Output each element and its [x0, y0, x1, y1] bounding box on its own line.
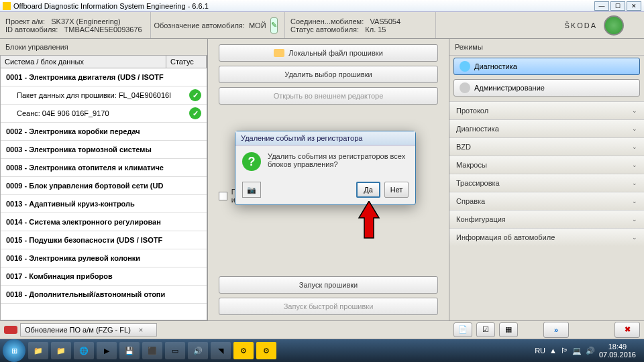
start-fast-flash-button[interactable]: Запуск быстрой прошивки: [219, 298, 438, 315]
window-title: Offboard Diagnostic Information System E…: [13, 2, 209, 10]
table-row[interactable]: 0001 - Электроника двигателя (UDS / ISOT…: [1, 68, 207, 86]
table-row[interactable]: 0016 - Электроника рулевой колонки: [1, 249, 207, 267]
remove-firmware-button[interactable]: Удалить выбор прошивки: [219, 66, 438, 83]
taskbar-item[interactable]: 💾: [119, 342, 140, 359]
accordion-vehicle-info[interactable]: Информация об автомобиле⌄: [449, 228, 644, 246]
dialog-no-button[interactable]: Нет: [384, 182, 409, 198]
taskbar-item[interactable]: ⬛: [142, 342, 162, 359]
taskbar-item[interactable]: ▭: [165, 342, 185, 359]
chevron-down-icon: ⌄: [632, 162, 637, 168]
camera-icon: 📷: [247, 186, 256, 194]
table-row[interactable]: 0003 - Электроника тормозной системы: [1, 141, 207, 159]
tool-button-2[interactable]: ☑: [476, 322, 495, 337]
table-row[interactable]: 0018 - Дополнительный/автономный отопи: [1, 286, 207, 304]
taskbar-item[interactable]: 🔊: [188, 342, 208, 359]
folder-icon: [274, 49, 284, 57]
dialog-title: Удаление событий из регистратора: [235, 131, 415, 145]
table-row[interactable]: 0013 - Адаптивный круиз-контроль: [1, 195, 207, 213]
windows-icon: ⊞: [11, 347, 17, 355]
window-titlebar: Offboard Diagnostic Information System E…: [0, 0, 644, 12]
chevron-down-icon: ⌄: [632, 107, 637, 114]
control-units-panel: Блоки управления Система / блок данных С…: [0, 39, 208, 320]
accordion-trace[interactable]: Трассировка⌄: [449, 174, 644, 192]
taskbar-item[interactable]: ◥: [211, 342, 231, 359]
table-row[interactable]: 0014 - Система электронного регулирован: [1, 213, 207, 231]
table-header: Система / блок данных Статус: [0, 55, 207, 68]
accordion-config[interactable]: Конфигурация⌄: [449, 210, 644, 228]
edit-designation-button[interactable]: ✎: [270, 17, 278, 34]
col-status[interactable]: Статус: [166, 56, 207, 68]
tray-icon[interactable]: ▲: [549, 347, 557, 355]
dialog-yes-button[interactable]: Да: [356, 182, 380, 198]
screenshot-button[interactable]: 📷: [242, 182, 261, 198]
forward-button[interactable]: »: [543, 322, 569, 338]
session-tab[interactable]: Обновление ПО а/м (FZG - FL)×: [20, 323, 157, 337]
table-row[interactable]: 0009 - Блок управления бортовой сети (UD: [1, 177, 207, 195]
chevron-down-icon: ⌄: [632, 198, 637, 204]
skoda-logo-icon: [604, 15, 624, 36]
close-button[interactable]: ✕: [627, 1, 641, 11]
car-icon: [4, 326, 17, 334]
chevron-down-icon: ⌄: [632, 180, 637, 186]
accordion-help[interactable]: Справка⌄: [449, 192, 644, 210]
mode-diagnostics[interactable]: Диагностика: [453, 58, 640, 75]
volume-icon[interactable]: 🔊: [586, 347, 595, 355]
col-system[interactable]: Система / блок данных: [1, 56, 166, 68]
table-body[interactable]: 0001 - Электроника двигателя (UDS / ISOT…: [0, 68, 207, 320]
network-icon[interactable]: 💻: [572, 347, 582, 355]
tab-close-icon[interactable]: ×: [139, 326, 143, 334]
flag-icon[interactable]: 🏳: [561, 347, 568, 355]
table-row[interactable]: 0017 - Комбинация приборов: [1, 267, 207, 286]
cancel-button[interactable]: ✖: [614, 322, 640, 338]
table-row[interactable]: 0008 - Электроника отопителя и климатиче: [1, 159, 207, 177]
checkbox-icon: [219, 192, 227, 200]
status-ok-icon: ✓: [189, 107, 201, 119]
start-button[interactable]: ⊞: [3, 339, 25, 362]
table-row[interactable]: 0015 - Подушки безопасности (UDS / ISOTF: [1, 231, 207, 249]
open-external-button[interactable]: Открыть во внешнем редакторе: [219, 87, 438, 105]
start-flash-button[interactable]: Запуск прошивки: [219, 276, 438, 294]
accordion-macros[interactable]: Макросы⌄: [449, 156, 644, 174]
taskbar-item[interactable]: ▶: [97, 342, 117, 359]
modes-panel: Режимы Диагностика Администрирование Про…: [449, 39, 644, 320]
question-icon: ?: [242, 152, 261, 171]
table-row[interactable]: 0002 - Электроника коробки передач: [1, 123, 207, 141]
taskbar-item[interactable]: ⚙: [256, 342, 276, 359]
maximize-button[interactable]: ☐: [610, 1, 625, 11]
accordion-protocol[interactable]: Протокол⌄: [449, 101, 644, 119]
chevron-down-icon: ⌄: [632, 216, 637, 223]
table-row[interactable]: Пакет данных для прошивки: FL_04E906016I…: [1, 86, 207, 105]
status-bar: Обновление ПО а/м (FZG - FL)× 📄 ☑ ▦ » ✖: [0, 320, 644, 338]
chevron-down-icon: ⌄: [632, 125, 637, 132]
app-icon: [3, 2, 11, 10]
panel-title: Блоки управления: [0, 39, 207, 55]
taskbar-item[interactable]: 📁: [51, 342, 71, 359]
diagnostics-icon: [460, 61, 470, 72]
system-tray[interactable]: RU ▲ 🏳 💻 🔊 18:49 07.09.2016: [529, 343, 641, 359]
pencil-icon: ✎: [271, 21, 277, 29]
chevron-down-icon: ⌄: [632, 143, 637, 150]
chevron-down-icon: ⌄: [632, 234, 637, 241]
tool-button-1[interactable]: 📄: [453, 322, 472, 337]
table-row[interactable]: Сеанс: 04E 906 016F_9170✓: [1, 105, 207, 123]
panel-title: Режимы: [449, 39, 644, 56]
tool-button-3[interactable]: ▦: [499, 322, 518, 337]
minimize-button[interactable]: —: [594, 1, 609, 11]
info-header: Проект а/м: SK37X (Engineering) ID автом…: [0, 12, 644, 39]
dialog-message: Удалить события из регистраторов всех бл…: [268, 152, 409, 171]
taskbar-item[interactable]: 🌐: [74, 342, 94, 359]
brand-logo: ŠKODA: [544, 12, 644, 38]
mode-admin[interactable]: Администрирование: [453, 79, 640, 97]
windows-taskbar[interactable]: ⊞ 📁 📁 🌐 ▶ 💾 ⬛ ▭ 🔊 ◥ ⚙ ⚙ RU ▲ 🏳 💻 🔊 18:49…: [0, 339, 644, 362]
accordion-diagnostics[interactable]: Диагностика⌄: [449, 119, 644, 137]
accordion-bzd[interactable]: BZD⌄: [449, 137, 644, 156]
taskbar-item[interactable]: 📁: [28, 342, 48, 359]
admin-icon: [460, 82, 470, 93]
confirm-dialog: Удаление событий из регистратора ? Удали…: [235, 131, 416, 205]
taskbar-item[interactable]: ⚙: [233, 342, 254, 359]
local-firmware-button[interactable]: Локальный файл прошивки: [219, 44, 438, 62]
status-ok-icon: ✓: [189, 89, 201, 101]
